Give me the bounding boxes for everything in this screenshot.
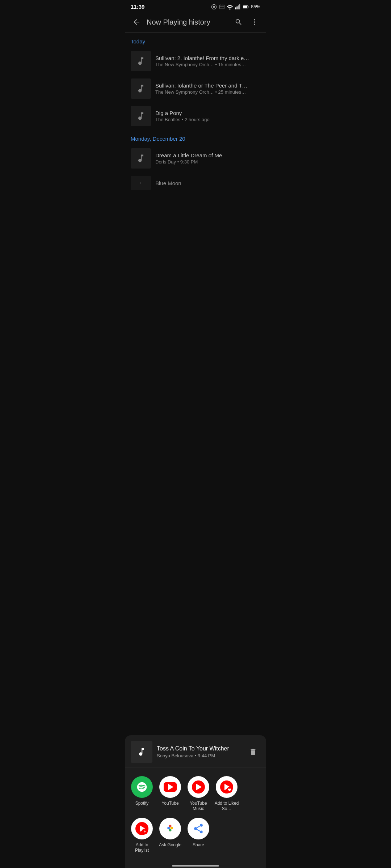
song-sub-sullivan-1: The New Symphony Orch… • 15 minutes… (155, 62, 260, 67)
eye-icon (211, 4, 217, 10)
song-thumb-sullivan-2 (131, 78, 151, 99)
wifi-icon (227, 4, 233, 10)
calendar-icon (219, 4, 225, 10)
song-title-dream: Dream a Little Dream of Me (155, 152, 260, 158)
song-item-sullivan-2[interactable]: Sullivan: Iolanthe or The Peer and T… Th… (125, 75, 266, 102)
song-title-blue-moon: Blue Moon (155, 180, 260, 186)
status-time: 11:39 (131, 4, 144, 10)
back-button[interactable] (129, 15, 144, 29)
song-item-blue-moon[interactable]: Blue Moon (125, 172, 266, 194)
svg-rect-10 (239, 4, 240, 9)
top-bar: Now Playing history (125, 12, 266, 32)
more-options-button[interactable] (247, 15, 262, 29)
song-info-dig-a-pony: Dig a Pony The Beatles • 2 hours ago (155, 110, 260, 122)
section-monday: Monday, December 20 (125, 130, 266, 145)
battery-icon (243, 4, 249, 10)
song-thumb-sullivan-1 (131, 51, 151, 71)
section-today: Today (125, 33, 266, 47)
song-sub-sullivan-2: The New Symphony Orch… • 25 minutes… (155, 89, 260, 95)
song-item-dig-a-pony[interactable]: Dig a Pony The Beatles • 2 hours ago (125, 102, 266, 130)
song-info-sullivan-1: Sullivan: 2. Iolanthe! From thy dark e… … (155, 55, 260, 67)
svg-rect-17 (140, 183, 141, 184)
svg-rect-7 (235, 7, 236, 9)
svg-rect-2 (220, 5, 224, 9)
song-title-sullivan-1: Sullivan: 2. Iolanthe! From thy dark e… (155, 55, 260, 61)
song-item-dream[interactable]: Dream a Little Dream of Me Doris Day • 9… (125, 145, 266, 172)
svg-point-16 (254, 24, 255, 25)
song-info-blue-moon: Blue Moon (155, 180, 260, 186)
svg-rect-13 (243, 6, 247, 8)
status-icons: 85% (211, 4, 260, 10)
battery-percentage: 85% (251, 4, 260, 9)
top-actions (231, 15, 262, 29)
page-title: Now Playing history (144, 18, 231, 26)
song-info-dream: Dream a Little Dream of Me Doris Day • 9… (155, 152, 260, 165)
song-thumb-dig-a-pony (131, 106, 151, 126)
status-bar: 11:39 (125, 0, 266, 12)
song-info-sullivan-2: Sullivan: Iolanthe or The Peer and T… Th… (155, 82, 260, 95)
svg-point-1 (213, 6, 215, 8)
song-sub-dream: Doris Day • 9:30 PM (155, 159, 260, 165)
svg-point-15 (254, 21, 255, 23)
signal-icon (235, 4, 241, 10)
song-thumb-dream (131, 148, 151, 169)
svg-point-6 (229, 8, 230, 9)
svg-rect-8 (236, 6, 237, 9)
svg-rect-12 (248, 6, 249, 8)
svg-rect-9 (238, 5, 239, 9)
song-sub-dig-a-pony: The Beatles • 2 hours ago (155, 117, 260, 122)
song-title-sullivan-2: Sullivan: Iolanthe or The Peer and T… (155, 82, 260, 89)
song-thumb-blue-moon (131, 176, 151, 190)
song-item-sullivan-1[interactable]: Sullivan: 2. Iolanthe! From thy dark e… … (125, 47, 266, 75)
song-title-dig-a-pony: Dig a Pony (155, 110, 260, 116)
svg-point-14 (254, 19, 255, 21)
search-button[interactable] (231, 15, 246, 29)
